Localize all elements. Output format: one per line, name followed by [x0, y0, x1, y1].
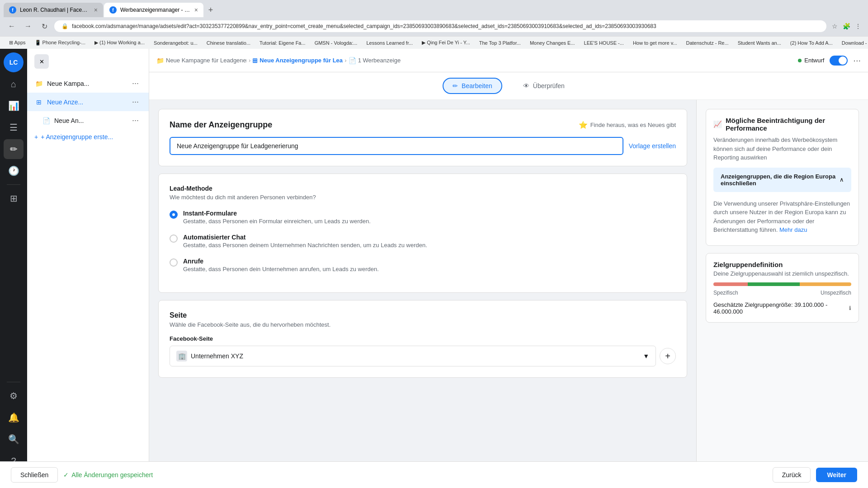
search-nav-item[interactable]: 🔍 — [4, 429, 24, 449]
ad-group-name-title: Name der Anzeigengruppe — [170, 120, 272, 130]
breadcrumb: 📁 Neue Kampagne für Leadgenerier... › ⊞ … — [156, 57, 401, 64]
adset-more-button[interactable]: ··· — [129, 96, 142, 108]
charts-nav-item[interactable]: 📊 — [4, 96, 24, 116]
history-nav-item[interactable]: 🕐 — [4, 161, 24, 181]
bookmark-2[interactable]: ▶ (1) How Working a... — [91, 38, 148, 47]
next-button[interactable]: Weiter — [816, 468, 857, 482]
audience-desc: Deine Zielgruppenauswahl ist ziemlich un… — [713, 270, 851, 277]
user-avatar[interactable]: LC — [4, 52, 24, 72]
edit-nav-item[interactable]: ✏ — [4, 139, 24, 159]
auto-chat-option[interactable]: Automatisierter Chat Gestatte, dass Pers… — [170, 234, 676, 249]
bookmark-12[interactable]: How to get more v... — [629, 39, 681, 47]
refresh-button[interactable]: ↻ — [38, 20, 51, 33]
bookmark-16[interactable]: Download - Cooki... — [838, 39, 868, 47]
breadcrumb-adset-icon: ⊞ — [252, 57, 258, 64]
bookmark-1[interactable]: 📱 Phone Recycling-... — [31, 38, 89, 47]
close-button[interactable]: Schließen — [11, 467, 58, 483]
extensions-icon[interactable]: 🧩 — [842, 22, 851, 31]
breadcrumb-ad[interactable]: 📄 1 Werbeanzeige — [349, 57, 401, 64]
eu-mehr-dazu-link[interactable]: Mehr dazu — [779, 226, 807, 233]
edit-button[interactable]: ✏ Bearbeiten — [443, 78, 502, 94]
home-nav-item[interactable]: ⌂ — [4, 74, 24, 94]
tab-title-2: Werbeanzeigenmanager - Wer... — [120, 7, 191, 13]
bookmark-8[interactable]: ▶ Qing Fei De Yi - Y... — [418, 38, 474, 47]
audience-title: Zielgruppendefinition — [713, 261, 851, 268]
calls-radio[interactable] — [170, 258, 178, 267]
campaign-more-button[interactable]: ··· — [129, 78, 142, 89]
top-nav-more-button[interactable]: ··· — [853, 55, 861, 66]
sidebar-ad-item[interactable]: 📄 Neue An... ··· — [27, 111, 149, 130]
tab-facebook[interactable]: f Leon R. Chaudhari | Facebook × — [4, 3, 103, 17]
sidebar-campaign-item[interactable]: 📁 Neue Kampa... ··· — [27, 74, 149, 93]
label-specific: Spezifisch — [713, 290, 738, 296]
sidebar-divider-1 — [7, 184, 20, 185]
browser-menu-icon[interactable]: ⋮ — [854, 22, 863, 31]
bookmark-5[interactable]: Tutorial: Eigene Fa... — [256, 39, 309, 47]
draft-toggle[interactable] — [830, 56, 848, 66]
add-adset-button[interactable]: + + Anzeigengruppe erste... — [27, 130, 149, 144]
calls-sublabel: Gestatte, dass Personen dein Unternehmen… — [183, 266, 379, 272]
saved-status: ✓ Alle Änderungen gespeichert — [63, 471, 153, 479]
fb-page-label: Facebook-Seite — [170, 335, 676, 342]
add-icon: + — [34, 133, 38, 141]
campaign-sidebar: ✕ 📁 Neue Kampa... ··· ⊞ Neue Anze... ···… — [27, 49, 149, 488]
back-button[interactable]: Zurück — [773, 467, 811, 483]
find-out-button[interactable]: ⭐ Finde heraus, was es Neues gibt — [579, 121, 676, 129]
page-add-button[interactable]: + — [660, 348, 676, 364]
ad-group-name-input[interactable] — [170, 137, 623, 155]
form-area: Name der Anzeigengruppe ⭐ Finde heraus, … — [149, 100, 696, 488]
instant-forms-option[interactable]: Instant-Formulare Gestatte, dass Persone… — [170, 210, 676, 225]
tab-close-1[interactable]: × — [94, 6, 98, 14]
notifications-nav-item[interactable]: 🔔 — [4, 408, 24, 427]
info-icon[interactable]: ℹ — [849, 305, 851, 311]
bookmark-10[interactable]: Money Changes E... — [526, 39, 579, 47]
breadcrumb-campaign[interactable]: 📁 Neue Kampagne für Leadgenerier... — [156, 57, 247, 64]
status-dot — [798, 59, 802, 62]
bookmark-13[interactable]: Datenschutz - Re... — [683, 39, 732, 47]
address-bar[interactable]: 🔒 facebook.com/adsmanager/manage/adsets/… — [54, 20, 826, 32]
new-tab-button[interactable]: + — [204, 4, 217, 16]
eu-section-header[interactable]: Anzeigengruppen, die die Region Europa e… — [713, 168, 851, 192]
bookmark-star-icon[interactable]: ☆ — [830, 22, 839, 31]
page-select-dropdown[interactable]: 🏢 Unternehmen XYZ ▼ — [170, 346, 656, 366]
icon-sidebar: LC ⌂ 📊 ☰ ✏ 🕐 ⊞ ⚙ 🔔 🔍 ? ▤ — [0, 49, 27, 488]
tab-close-2[interactable]: × — [194, 6, 198, 14]
tab-favicon-1: f — [9, 6, 16, 14]
bookmark-7[interactable]: Lessons Learned fr... — [363, 39, 416, 47]
review-button[interactable]: 👁 Überprüfen — [513, 78, 575, 94]
bookmark-14[interactable]: Student Wants an... — [734, 39, 785, 47]
bookmark-15[interactable]: (2) How To Add A... — [787, 39, 836, 47]
bookmark-3[interactable]: Sonderangebot: u... — [150, 39, 201, 47]
auto-chat-label: Automatisierter Chat — [183, 234, 427, 241]
calls-option[interactable]: Anrufe Gestatte, dass Personen dein Unte… — [170, 258, 676, 272]
template-button[interactable]: Vorlage erstellen — [629, 142, 676, 150]
edit-review-bar: ✏ Bearbeiten 👁 Überprüfen — [149, 72, 868, 100]
auto-chat-radio[interactable] — [170, 235, 178, 243]
audience-progress-bar — [713, 282, 851, 286]
progress-labels: Spezifisch Unspezifisch — [713, 290, 851, 296]
bookmark-apps[interactable]: ⊞ Apps — [5, 38, 29, 47]
instant-forms-radio[interactable] — [170, 211, 178, 219]
dropdown-chevron-icon: ▼ — [643, 352, 649, 360]
menu-nav-item[interactable]: ☰ — [4, 117, 24, 137]
breadcrumb-adset[interactable]: ⊞ Neue Anzeigengruppe für Leadgen... — [252, 57, 343, 64]
back-nav-button[interactable]: ← — [5, 20, 18, 33]
bookmark-4[interactable]: Chinese translatio... — [203, 39, 254, 47]
review-eye-icon: 👁 — [523, 82, 529, 89]
grid-nav-item[interactable]: ⊞ — [4, 188, 24, 208]
lead-method-section: Lead-Methode Wie möchtest du dich mit an… — [158, 174, 687, 293]
bookmark-6[interactable]: GMSN - Vologda:... — [311, 39, 361, 47]
review-label: Überprüfen — [533, 82, 565, 89]
tab-ads-manager[interactable]: f Werbeanzeigenmanager - Wer... × — [104, 3, 203, 17]
add-adset-label: + Anzeigengruppe erste... — [41, 133, 113, 141]
sidebar-adset-item[interactable]: ⊞ Neue Anze... ··· — [27, 93, 149, 111]
breadcrumb-ad-label: 1 Werbeanzeige — [358, 57, 401, 64]
ad-more-button[interactable]: ··· — [129, 115, 142, 126]
breadcrumb-ad-icon: 📄 — [349, 57, 356, 64]
settings-nav-item[interactable]: ⚙ — [4, 386, 24, 406]
sidebar-close-button[interactable]: ✕ — [34, 54, 49, 69]
ad-doc-icon: 📄 — [42, 116, 51, 125]
forward-nav-button[interactable]: → — [22, 20, 34, 33]
bookmark-11[interactable]: LEE'S HOUSE -... — [580, 39, 627, 47]
bookmark-9[interactable]: The Top 3 Platfor... — [476, 39, 524, 47]
